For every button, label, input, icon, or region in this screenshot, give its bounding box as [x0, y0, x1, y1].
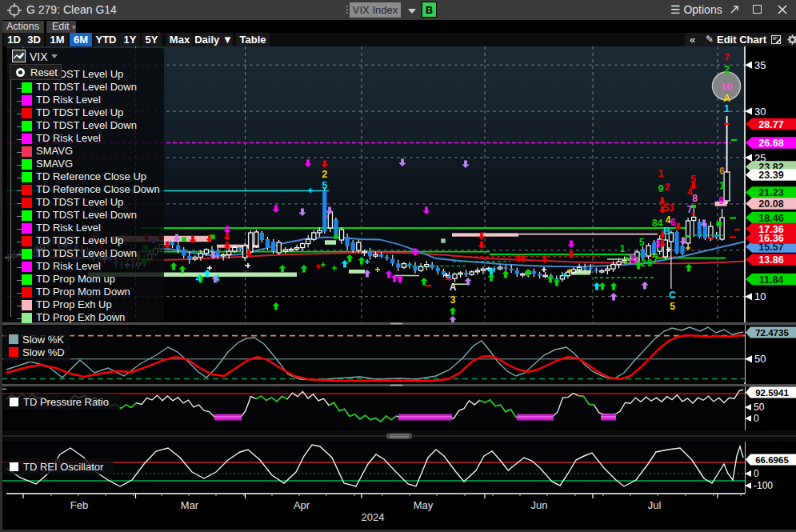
svg-text:11.84: 11.84 — [759, 274, 784, 286]
svg-text:13.86: 13.86 — [758, 254, 783, 266]
svg-text:Slow %K: Slow %K — [22, 334, 64, 346]
svg-text:May: May — [414, 499, 434, 511]
svg-text:3: 3 — [450, 294, 456, 306]
svg-text:Mar: Mar — [181, 499, 199, 511]
svg-text:66.6965: 66.6965 — [755, 455, 789, 465]
svg-text:17.36: 17.36 — [758, 224, 783, 235]
svg-text:8: 8 — [692, 193, 698, 204]
svg-text:TD Pressure Ratio: TD Pressure Ratio — [23, 396, 109, 408]
svg-text:Jul: Jul — [648, 499, 662, 511]
svg-text:6: 6 — [670, 217, 676, 228]
svg-text:2: 2 — [724, 64, 730, 75]
svg-text:0: 0 — [754, 468, 759, 479]
svg-text:5: 5 — [670, 301, 675, 312]
svg-text:2: 2 — [641, 258, 646, 269]
svg-text:-100: -100 — [754, 480, 773, 491]
svg-text:0: 0 — [754, 413, 759, 424]
svg-text:50: 50 — [754, 402, 765, 413]
svg-text:1: 1 — [724, 103, 730, 114]
svg-text:4: 4 — [196, 273, 202, 284]
svg-text:7: 7 — [687, 204, 693, 215]
svg-text:Jun: Jun — [531, 499, 548, 511]
svg-text:6: 6 — [719, 166, 725, 177]
svg-text:20.08: 20.08 — [758, 198, 783, 210]
svg-text:26.68: 26.68 — [758, 138, 783, 149]
svg-text:9: 9 — [718, 195, 724, 206]
svg-text:2: 2 — [634, 255, 639, 266]
svg-text:5: 5 — [639, 237, 645, 248]
svg-text:53: 53 — [663, 202, 674, 214]
svg-text:10: 10 — [754, 290, 766, 302]
svg-text:1: 1 — [620, 243, 626, 254]
svg-text:Feb: Feb — [70, 499, 88, 511]
svg-text:2: 2 — [665, 182, 670, 193]
svg-text:18.46: 18.46 — [758, 213, 783, 224]
svg-text:TD REI Oscillator: TD REI Oscillator — [23, 461, 104, 473]
svg-text:Apr: Apr — [294, 499, 310, 511]
svg-text:2: 2 — [322, 169, 327, 180]
svg-text:4: 4 — [214, 273, 220, 284]
svg-text:35: 35 — [754, 59, 766, 71]
svg-text:1: 1 — [658, 168, 664, 179]
svg-text:C: C — [669, 290, 676, 301]
svg-text:3: 3 — [655, 238, 661, 250]
svg-text:B: B — [663, 226, 670, 237]
svg-text:23.39: 23.39 — [758, 170, 783, 181]
svg-text:21.23: 21.23 — [758, 187, 783, 198]
svg-text:A: A — [450, 282, 457, 293]
svg-text:Slow %D: Slow %D — [22, 346, 65, 358]
svg-text:92.5941: 92.5941 — [755, 388, 789, 398]
svg-text:2: 2 — [624, 255, 630, 266]
svg-text:A: A — [723, 93, 730, 104]
svg-text:2024: 2024 — [362, 511, 385, 523]
svg-text:5: 5 — [690, 174, 696, 185]
svg-text:7: 7 — [724, 52, 730, 63]
svg-text:10: 10 — [720, 81, 732, 93]
svg-text:28.77: 28.77 — [758, 119, 783, 130]
svg-text:6: 6 — [647, 258, 653, 269]
svg-text:5: 5 — [322, 180, 327, 191]
svg-text:7: 7 — [653, 254, 658, 266]
svg-text:30: 30 — [754, 106, 766, 118]
svg-text:72.4735: 72.4735 — [755, 328, 789, 338]
svg-text:50: 50 — [754, 353, 766, 365]
svg-text:84: 84 — [652, 218, 663, 229]
svg-text:9: 9 — [658, 183, 664, 194]
svg-text:1: 1 — [719, 180, 725, 191]
